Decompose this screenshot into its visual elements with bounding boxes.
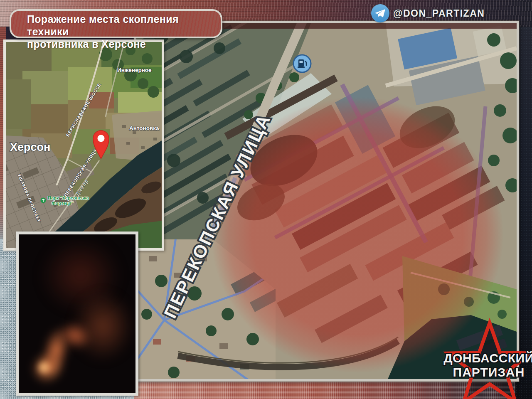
title-banner: Поражение места скопления техники против…	[10, 9, 222, 38]
park-label-line1: Парк "Херсонська	[48, 195, 89, 200]
settlement-label-antonivka: Антоновка	[129, 125, 159, 131]
title-line-1: Поражение места скопления техники	[27, 13, 221, 38]
city-label: Херсон	[10, 141, 50, 153]
logo-text-line2: ПАРТИЗАН	[453, 365, 525, 379]
logo-text-line1: ДОНБАССКИЙ	[443, 351, 532, 365]
settlement-label-inzhenerne: Инженерное	[117, 67, 152, 73]
telegram-handle-text: @DON_PARTIZAN	[393, 8, 485, 19]
park-label-line2: Фортеця"	[52, 201, 74, 206]
telegram-icon	[371, 4, 389, 22]
thermal-strike-photo	[16, 232, 138, 396]
overview-map-graphic: Херсон Инженерное Антоновка БЕРИСЛАВСКОЕ…	[6, 42, 162, 248]
infographic-canvas: ПЕРЕКОПСКАЯ УЛИЦА	[0, 0, 532, 399]
fuel-station-icon	[293, 55, 311, 72]
thermal-flame-core	[36, 360, 52, 375]
telegram-handle: @DON_PARTIZAN	[371, 3, 485, 23]
overview-map: Херсон Инженерное Антоновка БЕРИСЛАВСКОЕ…	[3, 39, 164, 251]
title-line-2: противника в Херсоне	[27, 38, 221, 50]
donbass-partisan-logo: ДОНБАССКИЙ ПАРТИЗАН	[440, 315, 532, 399]
